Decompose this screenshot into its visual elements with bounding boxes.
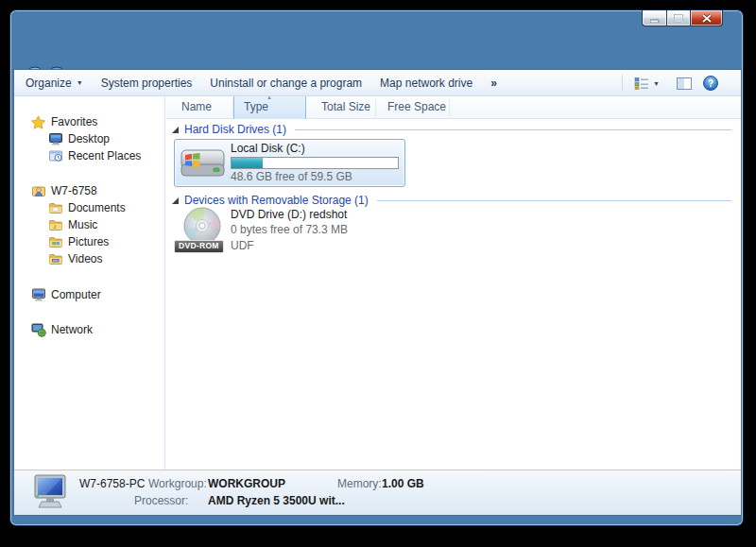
maximize-icon [674,14,683,23]
close-button[interactable] [691,10,723,26]
sidebar-item-documents[interactable]: Documents [14,199,164,216]
free-space-text: 0 bytes free of 73.3 MB [231,223,348,236]
help-button[interactable]: ? [703,76,718,91]
dvd-rom-badge: DVD-ROM [174,240,224,253]
sidebar-item-network[interactable]: Network [14,321,164,338]
computer-name: W7-6758-PC [79,477,145,490]
user-folder-icon [30,183,46,199]
chevron-down-icon: ▼ [77,79,83,86]
capacity-bar-fill [232,158,263,168]
toolbar-right-group: ▼ ? [622,70,718,96]
collapse-triangle-icon[interactable] [172,197,179,204]
drive-name: DVD Drive (D:) redshot [231,208,348,221]
details-pane: W7-6758-PC Workgroup: WORKGROUP Memory: … [14,470,741,515]
column-type[interactable]: ▲ Type [233,96,306,119]
capacity-bar [231,157,399,169]
column-free-space[interactable]: Free Space [387,100,446,113]
processor-label: Processor: [134,494,188,507]
computer-details-icon [32,473,70,513]
drive-item-local-disk-c[interactable]: Local Disk (C:) 48.6 GB free of 59.5 GB [174,139,405,187]
svg-text:♪: ♪ [53,223,57,230]
sidebar-item-videos[interactable]: Videos [14,250,164,267]
explorer-window: ▼ ▶ Computer ▶ ▼ [9,9,744,526]
column-total-size[interactable]: Total Size [321,100,370,113]
toolbar-separator [622,75,623,92]
sidebar-item-pictures[interactable]: Pictures [14,233,164,250]
map-network-drive-button[interactable]: Map network drive [380,77,472,90]
change-view-button[interactable]: ▼ [634,77,660,90]
file-list-area: Name ▲ Type Total Size Free Space H [166,96,741,470]
sidebar-item-computer[interactable]: Computer [14,286,164,303]
pictures-folder-icon [47,234,63,250]
views-icon [634,77,649,90]
minimize-icon [650,14,660,23]
desktop-icon [47,131,63,147]
system-properties-button[interactable]: System properties [101,77,193,90]
preview-pane-button[interactable] [677,77,692,90]
recent-places-icon [47,148,63,164]
desktop-background: ▼ ▶ Computer ▶ ▼ [0,0,756,547]
network-icon [30,322,46,338]
processor-value: AMD Ryzen 5 3500U wit... [208,494,345,507]
free-space-text: 48.6 GB free of 59.5 GB [231,170,399,183]
workgroup-label: Workgroup: [148,477,207,490]
sidebar-item-user-folder[interactable]: W7-6758 [14,182,164,199]
group-header-hard-disk-drives[interactable]: Hard Disk Drives (1) [170,122,731,137]
memory-label: Memory: [337,477,382,490]
organize-button[interactable]: Organize ▼ [26,77,83,90]
computer-icon [30,287,46,303]
music-folder-icon: ♪ [47,217,63,233]
titlebar[interactable] [10,10,743,37]
maximize-button[interactable] [666,10,691,26]
chevron-down-icon: ▼ [653,80,660,87]
sidebar-item-desktop[interactable]: Desktop [14,130,164,147]
memory-value: 1.00 GB [382,477,424,490]
navigation-pane: Favorites Desktop Recent Places [14,96,165,470]
documents-folder-icon [47,200,63,216]
hard-disk-icon [180,145,226,182]
uninstall-program-button[interactable]: Uninstall or change a program [210,77,362,90]
column-header: Name ▲ Type Total Size Free Space [166,96,741,119]
drive-item-dvd-d[interactable]: DVD-ROM DVD Drive (D:) redshot 0 bytes f… [174,206,457,259]
drive-name: Local Disk (C:) [231,142,399,155]
minimize-button[interactable] [642,10,666,26]
sidebar-item-favorites[interactable]: Favorites [14,113,164,130]
window-body: Organize ▼ System properties Uninstall o… [13,69,742,516]
collapse-triangle-icon[interactable] [172,127,179,133]
drive-list: Hard Disk Drives (1) [166,119,741,470]
workgroup-value: WORKGROUP [208,477,285,490]
window-controls [642,10,723,26]
sidebar-item-recent-places[interactable]: Recent Places [14,147,164,164]
close-icon [702,14,712,23]
filesystem-text: UDF [231,239,348,252]
column-name[interactable]: Name [181,100,212,113]
sidebar-item-music[interactable]: ♪ Music [14,216,164,233]
videos-folder-icon [47,251,63,267]
command-toolbar: Organize ▼ System properties Uninstall o… [14,70,741,96]
star-icon [30,114,46,130]
navigation-bar: ▼ ▶ Computer ▶ ▼ [10,37,743,69]
toolbar-overflow-button[interactable]: » [490,77,497,90]
